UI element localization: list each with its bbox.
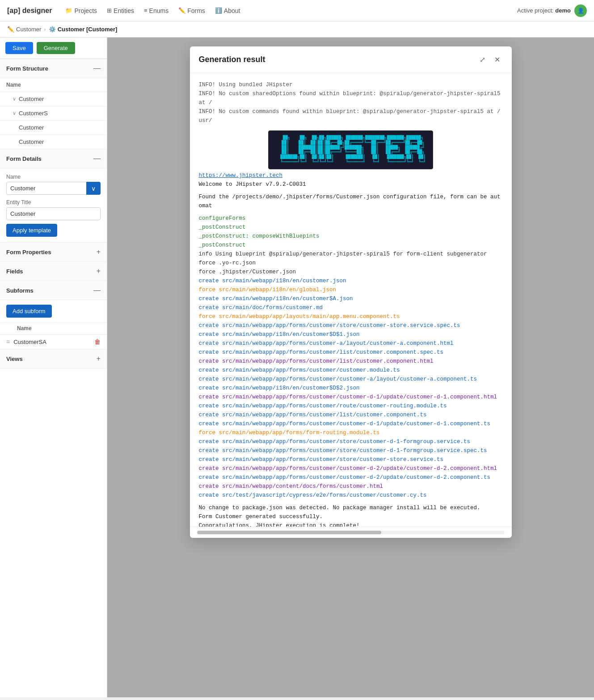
gear-icon: ⚙️ [49, 26, 56, 33]
terminal-line: create src/main/webapp/app/forms/custome… [199, 402, 503, 411]
terminal-line: create src/main/doc/forms/customer.md [199, 303, 503, 312]
jhipster-logo: ██╗ ██╗ ██╗██╗██████╗ ███████╗████████╗█… [199, 130, 503, 169]
fields-expand-icon[interactable]: + [97, 267, 101, 275]
terminal-line: info Using blueprint @spiralup/generator… [199, 250, 503, 259]
terminal-line: create src/main/webapp/app/forms/custome… [199, 375, 503, 384]
terminal-line: create src/main/webapp/app/forms/custome… [199, 366, 503, 375]
terminal-line: Form Customer generated successfully. [199, 512, 503, 521]
terminal-line: create src/main/webapp/i18n/en/customer$… [199, 294, 503, 303]
form-structure-collapse-icon[interactable]: — [93, 64, 101, 72]
nav-item-enums[interactable]: ≡Enums [139, 4, 173, 17]
terminal-line: create src/main/webapp/app/forms/custome… [199, 393, 503, 402]
terminal-line: Welcome to JHipster v7.9.2-C0031 [199, 180, 503, 189]
terminal-line: create src/main/webapp/app/forms/custome… [199, 455, 503, 464]
terminal-line: _postConstruct: composeWithBluepints [199, 232, 503, 241]
horizontal-scrollbar[interactable] [197, 531, 505, 534]
terminal-line: configureForms [199, 214, 503, 223]
modal-title: Generation result [199, 55, 265, 64]
generation-result-modal: Generation result ⤢ ✕ INFO! Using bundle… [190, 46, 512, 538]
chevron-icon: ∨ [13, 110, 16, 116]
generate-button[interactable]: Generate [37, 42, 75, 54]
name-select[interactable]: Customer [6, 182, 101, 195]
add-subform-wrapper: Add subform [0, 300, 107, 323]
form-details-content: Name Customer ∨ Entity Title Apply templ… [0, 168, 107, 243]
form-properties-title: Form Properties [6, 249, 51, 256]
terminal-line: INFO! No custom sharedOptions found with… [199, 89, 503, 107]
entity-title-input[interactable] [6, 207, 101, 220]
forms-icon: ✏️ [178, 7, 185, 14]
nav-item-forms[interactable]: ✏️Forms [174, 4, 210, 17]
form-structure-header: Form Structure — [0, 59, 107, 78]
form-details-collapse-icon[interactable]: — [93, 155, 101, 163]
main-layout: Save Generate Form Structure — Name ∨ Cu… [0, 38, 594, 697]
terminal-line: force src/main/webapp/app/layouts/main/a… [199, 312, 503, 321]
views-header: Views + [0, 349, 107, 369]
enums-icon: ≡ [144, 7, 147, 14]
modal-actions: ⤢ ✕ [477, 54, 503, 66]
views-expand-icon[interactable]: + [97, 355, 101, 363]
terminal-line: create src/main/webapp/app/forms/custome… [199, 357, 503, 366]
subform-row: ≡ CustomerSA 🗑 [0, 335, 107, 349]
chevron-icon: ∨ [13, 96, 16, 102]
terminal-line: Found the /projects/demo/.jhipster/forms… [199, 193, 503, 210]
struct-item-customer2[interactable]: Customer [0, 121, 107, 135]
entity-title-label: Entity Title [6, 199, 101, 205]
form-details-title: Form Details [6, 155, 42, 162]
subforms-header: Subforms — [0, 281, 107, 300]
breadcrumb-item-customer-customer[interactable]: ⚙️ Customer [Customer] [49, 26, 118, 33]
scrollbar-thumb [197, 531, 382, 534]
name-label: Name [6, 174, 101, 180]
terminal-line: create src/main/webapp/i18n/en/customer.… [199, 277, 503, 285]
app-logo: [ap] designer [7, 7, 52, 15]
terminal-line: INFO! Using bundled JHipster [199, 80, 503, 89]
struct-item-customer[interactable]: ∨ Customer [0, 92, 107, 106]
right-area: Generation result ⤢ ✕ INFO! Using bundle… [107, 38, 594, 697]
terminal-line: create src/main/webapp/app/forms/custome… [199, 419, 503, 428]
terminal-line: create src/main/webapp/app/forms/custome… [199, 411, 503, 419]
terminal-line: create src/test/javascript/cypress/e2e/f… [199, 491, 503, 500]
terminal-line: create src/main/webapp/i18n/en/customer$… [199, 384, 503, 393]
projects-icon: 📁 [65, 7, 72, 14]
apply-template-button[interactable]: Apply template [6, 224, 57, 237]
modal-expand-button[interactable]: ⤢ [477, 54, 488, 66]
subforms-collapse-icon[interactable]: — [93, 286, 101, 294]
modal-body: INFO! Using bundled JHipsterINFO! No cus… [190, 73, 512, 527]
active-project-name: demo [555, 7, 571, 14]
add-subform-button[interactable]: Add subform [6, 305, 52, 318]
struct-item-customers[interactable]: ∨ CustomerS [0, 106, 107, 121]
delete-subform-icon[interactable]: 🗑 [94, 338, 101, 345]
terminal-line: create src/main/webapp/app/forms/custome… [199, 473, 503, 482]
modal-footer [190, 527, 512, 538]
terminal-line: create src/main/webapp/app/forms/custome… [199, 321, 503, 330]
modal-header: Generation result ⤢ ✕ [190, 46, 512, 73]
terminal-line: create src/main/webapp/app/forms/custome… [199, 464, 503, 473]
name-select-wrapper: Customer ∨ [6, 182, 101, 195]
terminal-line: Congratulations, JHipster execution is c… [199, 521, 503, 527]
breadcrumb-item-customer[interactable]: ✏️ Customer [7, 26, 41, 33]
subforms-title: Subforms [6, 287, 34, 294]
terminal-blank-line [199, 500, 503, 503]
nav-item-about[interactable]: ℹ️About [211, 4, 245, 17]
active-project-label: Active project: demo [517, 7, 571, 14]
terminal-line: INFO! No custom commands found within bl… [199, 107, 503, 125]
top-navigation: [ap] designer 📁Projects⊞Entities≡Enums✏️… [0, 0, 594, 21]
terminal-line: force .jhipster/Customer.json [199, 268, 503, 277]
terminal-blank-line [199, 189, 503, 193]
drag-handle-icon[interactable]: ≡ [6, 338, 10, 345]
form-properties-expand-icon[interactable]: + [97, 248, 101, 256]
breadcrumb: ✏️ Customer › ⚙️ Customer [Customer] [0, 21, 594, 38]
terminal-blank-line [199, 210, 503, 214]
save-button[interactable]: Save [5, 42, 33, 54]
nav-item-entities[interactable]: ⊞Entities [102, 4, 139, 17]
subforms-col-header: Name [0, 323, 107, 335]
terminal-line: create src/main/webapp/i18n/en/customer$… [199, 330, 503, 339]
about-icon: ℹ️ [215, 7, 222, 14]
nav-item-projects[interactable]: 📁Projects [61, 4, 101, 17]
edit-icon: ✏️ [7, 26, 14, 33]
entities-icon: ⊞ [107, 7, 112, 14]
modal-close-button[interactable]: ✕ [492, 54, 503, 66]
user-avatar[interactable]: 👤 [574, 4, 587, 17]
terminal-line: _postConstruct [199, 241, 503, 250]
terminal-line: _postConstruct [199, 223, 503, 232]
struct-item-customer3[interactable]: Customer [0, 135, 107, 149]
